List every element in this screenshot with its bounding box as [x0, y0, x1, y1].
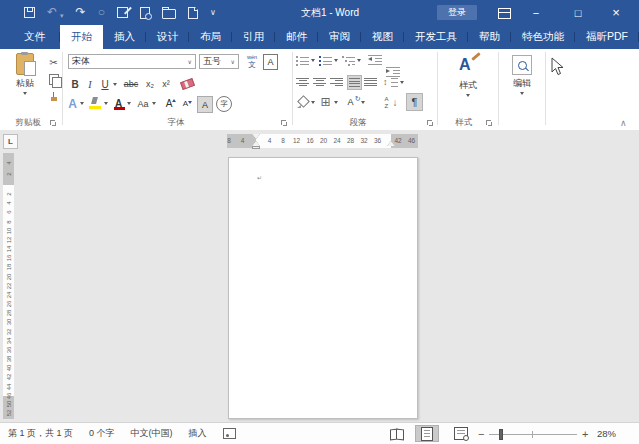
editing-button[interactable]: 编辑 [502, 55, 542, 113]
numbered-list-dropdown-icon[interactable] [334, 59, 338, 62]
underline-button[interactable]: U [99, 76, 111, 92]
font-name-combobox[interactable]: 宋体 ∨ [68, 54, 196, 69]
bold-button[interactable]: B [68, 76, 82, 92]
cut-button[interactable]: ✂ [46, 55, 61, 70]
ribbon-display-options-icon[interactable] [498, 8, 511, 19]
left-indent-marker[interactable] [252, 146, 260, 149]
italic-button[interactable]: I [85, 76, 95, 92]
edit-document-icon[interactable] [117, 7, 128, 18]
styles-button[interactable]: A 样式 [444, 53, 492, 113]
shrink-font-button[interactable]: A [179, 95, 192, 112]
new-document-icon[interactable] [188, 7, 198, 19]
save-icon[interactable] [24, 7, 35, 18]
character-border-button[interactable]: A [263, 54, 278, 70]
zoom-in-button[interactable]: + [582, 423, 588, 444]
grow-font-button[interactable]: A [162, 95, 176, 112]
bullet-list-button[interactable] [296, 54, 309, 68]
highlight-color-button[interactable] [88, 95, 102, 112]
login-button[interactable]: 登录 [437, 5, 477, 20]
ribbon-tab[interactable]: 审阅 [318, 25, 361, 49]
ribbon-tab[interactable]: 特色功能 [511, 25, 575, 49]
ribbon-tab[interactable]: 布局 [189, 25, 232, 49]
ribbon-tab[interactable]: 视图 [361, 25, 404, 49]
underline-dropdown-icon[interactable] [113, 83, 117, 86]
ribbon-tab[interactable]: 帮助 [468, 25, 511, 49]
macro-record-icon[interactable] [223, 428, 236, 439]
font-color-button[interactable]: A [112, 95, 125, 112]
copy-button[interactable] [46, 72, 61, 87]
ribbon-tab[interactable]: 邮件 [275, 25, 318, 49]
font-color-dropdown-icon[interactable] [127, 102, 131, 105]
styles-dialog-launcher-icon[interactable] [485, 119, 493, 127]
customize-qat-icon[interactable]: ∨ [210, 0, 216, 25]
word-count[interactable]: 0 个字 [89, 427, 115, 440]
asian-layout-dropdown-icon[interactable] [361, 101, 365, 104]
ribbon-tab[interactable]: 设计 [146, 25, 189, 49]
web-layout-button[interactable] [449, 425, 473, 442]
open-folder-icon[interactable] [162, 7, 176, 19]
print-preview-icon[interactable] [140, 7, 150, 19]
line-spacing-button[interactable]: ↕ [383, 76, 398, 89]
ribbon-tab[interactable]: 引用 [232, 25, 275, 49]
collapse-ribbon-icon[interactable]: ∧ [620, 118, 627, 128]
asian-layout-button[interactable]: A↻ [343, 95, 358, 109]
enclose-characters-button[interactable]: 字 [216, 96, 232, 112]
ribbon-tab[interactable]: 插入 [103, 25, 146, 49]
text-effects-dropdown-icon[interactable] [80, 102, 84, 105]
ribbon-tab[interactable]: 开始 [60, 25, 103, 49]
print-layout-button[interactable] [415, 425, 439, 442]
paste-button[interactable]: 粘贴 [4, 53, 46, 113]
minimize-button[interactable]: − [522, 0, 550, 25]
tab-selector-button[interactable]: L [3, 134, 18, 149]
first-line-indent-marker[interactable] [252, 134, 260, 139]
maximize-button[interactable]: □ [564, 0, 592, 25]
document-page[interactable]: ↵ [228, 157, 418, 419]
undo-dropdown-icon[interactable]: ▾ [60, 12, 64, 20]
highlight-dropdown-icon[interactable] [104, 102, 108, 105]
character-shading-button[interactable]: A [197, 96, 213, 113]
align-left-button[interactable] [296, 76, 309, 88]
redo-icon[interactable]: ↷ [76, 0, 86, 25]
align-right-button[interactable] [330, 76, 343, 88]
numbered-list-button[interactable] [319, 54, 332, 68]
phonetic-guide-button[interactable]: wén 文 [243, 53, 261, 70]
text-effects-button[interactable]: A [66, 95, 79, 112]
bullet-list-dropdown-icon[interactable] [311, 59, 315, 62]
change-case-dropdown-icon[interactable] [152, 102, 156, 105]
borders-dropdown-icon[interactable] [334, 101, 338, 104]
ribbon-tab[interactable]: 开发工具 [404, 25, 468, 49]
show-hide-marks-button[interactable]: ¶ [406, 93, 423, 111]
close-button[interactable]: × [602, 0, 630, 25]
zoom-out-button[interactable]: − [478, 423, 484, 444]
clipboard-dialog-launcher-icon[interactable] [49, 119, 57, 127]
superscript-button[interactable]: x² [159, 76, 173, 92]
read-mode-button[interactable] [385, 425, 409, 442]
format-painter-button[interactable] [46, 87, 61, 104]
vertical-ruler[interactable]: 42 2468101214161820222426283032343638404… [3, 153, 14, 419]
font-size-combobox[interactable]: 五号 ∨ [199, 54, 239, 69]
insert-mode-indicator[interactable]: 插入 [189, 427, 207, 440]
right-indent-marker[interactable] [387, 141, 395, 146]
borders-button[interactable]: ⊞ [319, 95, 332, 109]
shading-button[interactable] [296, 95, 309, 109]
strikethrough-button[interactable]: abc [121, 76, 141, 92]
paragraph-dialog-launcher-icon[interactable] [426, 119, 434, 127]
sort-button[interactable]: AZ↓ [384, 95, 399, 109]
decrease-indent-button[interactable] [368, 54, 382, 66]
language-indicator[interactable]: 中文(中国) [131, 427, 173, 440]
multilevel-list-button[interactable] [342, 54, 355, 68]
ribbon-tab[interactable]: 福昕PDF [575, 25, 639, 49]
line-spacing-dropdown-icon[interactable] [400, 81, 404, 84]
horizontal-ruler[interactable]: 84 4812162024283236 4246 [227, 134, 418, 148]
ribbon-tab[interactable]: 文件 [9, 25, 60, 49]
multilevel-list-dropdown-icon[interactable] [357, 59, 361, 62]
undo-icon[interactable]: ↶ [47, 0, 57, 25]
distribute-text-button[interactable] [364, 76, 377, 88]
shading-dropdown-icon[interactable] [311, 101, 315, 104]
align-center-button[interactable] [313, 76, 326, 88]
zoom-level[interactable]: 28% [597, 423, 616, 444]
clear-formatting-button[interactable] [179, 76, 195, 92]
zoom-slider-thumb[interactable] [499, 429, 503, 440]
page-indicator[interactable]: 第 1 页，共 1 页 [8, 427, 73, 440]
draw-circle-icon[interactable]: ○ [98, 0, 105, 25]
